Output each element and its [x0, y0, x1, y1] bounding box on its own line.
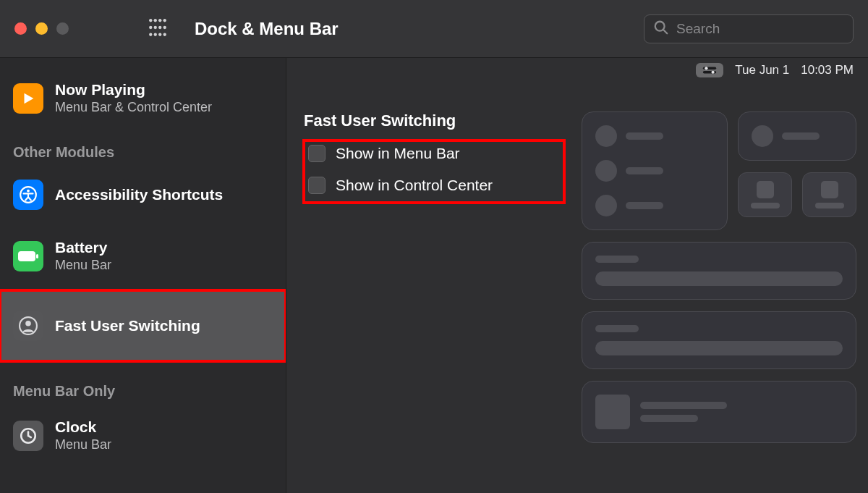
search-box[interactable] [644, 14, 854, 43]
window-controls [14, 22, 69, 35]
svg-point-1 [154, 19, 157, 22]
svg-marker-14 [25, 93, 34, 104]
svg-point-7 [163, 25, 166, 28]
svg-point-2 [158, 19, 161, 22]
sidebar-item-label: Clock [55, 418, 111, 436]
svg-point-3 [163, 19, 166, 22]
sidebar-item-subtitle: Menu Bar [55, 437, 111, 452]
window-title: Dock & Menu Bar [195, 19, 339, 39]
search-icon [653, 20, 669, 38]
nav-arrows [98, 22, 119, 35]
option-show-in-control-center[interactable]: Show in Control Center [308, 177, 557, 194]
sidebar-item-label: Battery [55, 239, 111, 256]
sidebar: Now Playing Menu Bar & Control Center Ot… [0, 58, 286, 493]
svg-point-8 [149, 33, 152, 35]
sidebar-item-label: Now Playing [55, 81, 212, 98]
sidebar-item-accessibility-shortcuts[interactable]: Accessibility Shortcuts [0, 169, 286, 232]
sidebar-item-subtitle: Menu Bar [55, 258, 111, 273]
checkbox[interactable] [308, 145, 326, 162]
sidebar-item-label: Fast User Switching [55, 317, 200, 334]
user-icon [13, 311, 43, 341]
sidebar-item-label: Accessibility Shortcuts [55, 186, 223, 203]
settings-options: Show in Menu Bar Show in Control Center [304, 140, 564, 203]
clock-icon [13, 421, 43, 451]
now-playing-icon [13, 83, 43, 114]
detail-heading: Fast User Switching [304, 111, 564, 130]
option-label: Show in Menu Bar [336, 145, 460, 162]
svg-point-4 [149, 25, 152, 28]
control-center-icon[interactable] [696, 63, 723, 77]
svg-point-23 [705, 67, 708, 69]
svg-point-6 [158, 25, 161, 28]
sidebar-item-battery[interactable]: Battery Menu Bar [0, 232, 286, 290]
option-show-in-menu-bar[interactable]: Show in Menu Bar [308, 145, 557, 162]
sidebar-item-now-playing[interactable]: Now Playing Menu Bar & Control Center [0, 74, 286, 122]
svg-point-5 [154, 25, 157, 28]
svg-point-9 [154, 33, 157, 35]
sidebar-section-other-modules: Other Modules [0, 122, 286, 169]
search-input[interactable] [676, 21, 844, 37]
svg-point-25 [712, 71, 715, 74]
battery-icon [13, 241, 43, 271]
svg-rect-18 [36, 254, 38, 258]
zoom-window-button[interactable] [56, 22, 69, 35]
sidebar-item-clock[interactable]: Clock Menu Bar [0, 408, 286, 460]
option-label: Show in Control Center [336, 177, 493, 194]
window-toolbar: Dock & Menu Bar [0, 0, 868, 58]
sidebar-item-fast-user-switching[interactable]: Fast User Switching [0, 290, 286, 361]
accessibility-icon [13, 180, 43, 210]
menu-bar-preview: Tue Jun 1 10:03 PM [286, 58, 868, 83]
svg-point-20 [25, 321, 31, 326]
svg-line-13 [663, 29, 668, 33]
sidebar-section-menu-bar-only: Menu Bar Only [0, 361, 286, 408]
close-window-button[interactable] [14, 22, 27, 35]
svg-point-16 [27, 190, 30, 193]
minimize-window-button[interactable] [35, 22, 48, 35]
svg-point-0 [149, 19, 152, 22]
detail-pane: Tue Jun 1 10:03 PM Fast User Switching S… [286, 58, 868, 493]
svg-point-10 [158, 33, 161, 35]
sidebar-item-subtitle: Menu Bar & Control Center [55, 100, 212, 115]
show-all-button[interactable] [148, 18, 167, 40]
control-center-preview [582, 111, 856, 443]
svg-point-11 [163, 33, 166, 35]
status-date: Tue Jun 1 [735, 63, 789, 77]
svg-rect-17 [18, 251, 35, 261]
checkbox[interactable] [308, 177, 326, 194]
status-time: 10:03 PM [801, 63, 854, 77]
